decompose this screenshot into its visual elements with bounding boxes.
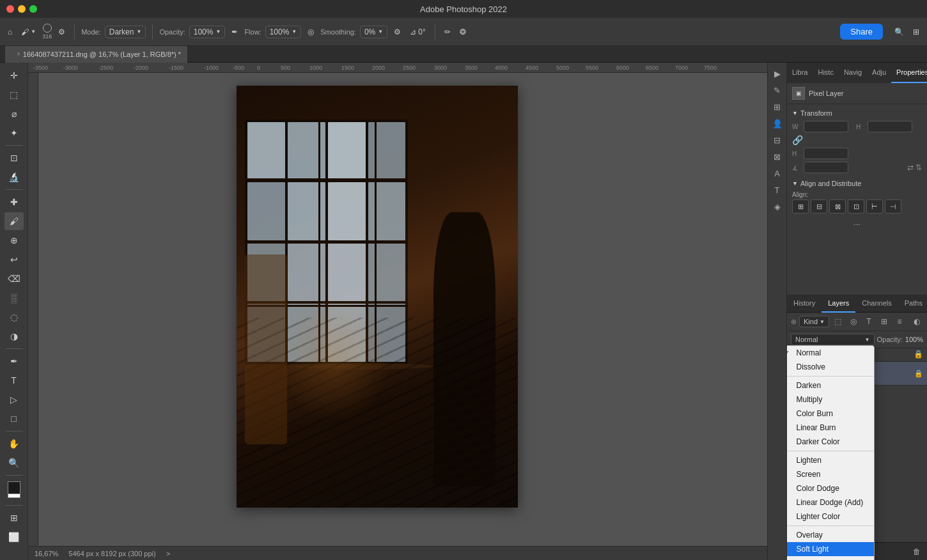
align-center-h-btn[interactable]: ⊟: [811, 199, 827, 214]
dodge-tool-button[interactable]: ◑: [4, 327, 24, 345]
home-button[interactable]: ⌂: [5, 26, 15, 38]
extra-button[interactable]: ❂: [457, 26, 469, 38]
crop-tool-button[interactable]: ⊡: [4, 149, 24, 167]
edit-button[interactable]: ✎: [770, 83, 784, 97]
blend-mode-dropdown[interactable]: Normal ▼: [791, 334, 875, 345]
arrange-button[interactable]: ⊞: [910, 26, 922, 38]
settings-button[interactable]: ⚙: [56, 26, 68, 38]
blend-normal[interactable]: Normal: [786, 346, 874, 360]
magic-wand-button[interactable]: ✦: [4, 124, 24, 142]
play-button[interactable]: ▶: [770, 66, 784, 81]
pressure-button[interactable]: ✒: [229, 26, 240, 38]
3d-button[interactable]: ◈: [770, 199, 784, 214]
align-top-btn[interactable]: ⊡: [848, 199, 864, 214]
tab-history[interactable]: History: [787, 295, 822, 313]
foreground-color-swatch[interactable]: [8, 481, 20, 494]
canvas-viewport[interactable]: [38, 73, 767, 546]
document-tab[interactable]: × 1664087437211.dng @ 16,7% (Layer 1, RG…: [5, 46, 188, 63]
align-center-v-btn[interactable]: ⊢: [866, 199, 883, 214]
stamp-tool-button[interactable]: ⊕: [4, 231, 24, 249]
layer-filter-smart-btn[interactable]: ≡: [893, 315, 906, 328]
airbrush-button[interactable]: ◎: [305, 26, 316, 38]
marquee-tool-button[interactable]: ⬚: [4, 86, 24, 104]
angle-input[interactable]: [804, 162, 848, 173]
blur-tool-button[interactable]: ◌: [4, 308, 24, 326]
blend-hard-light[interactable]: Hard Light: [786, 556, 874, 560]
blend-color-dodge[interactable]: Color Dodge: [786, 481, 874, 495]
mask-mode-button[interactable]: ⊞: [4, 509, 24, 527]
blend-soft-light[interactable]: Soft Light: [786, 542, 874, 556]
w-input[interactable]: [804, 121, 848, 132]
align-header[interactable]: ▼ Align and Distribute: [792, 180, 922, 187]
screen-mode-button[interactable]: ⬜: [4, 528, 24, 546]
tab-paths[interactable]: Paths: [898, 295, 927, 313]
layer-lock-icon[interactable]: 🔒: [914, 350, 923, 359]
maximize-button[interactable]: [29, 5, 37, 13]
hand-tool-button[interactable]: ✋: [4, 435, 24, 453]
blend-color-burn[interactable]: Color Burn: [786, 407, 874, 421]
type-button[interactable]: T: [770, 183, 784, 197]
layer-filter-type-btn[interactable]: T: [862, 315, 875, 328]
smoothing-dropdown[interactable]: 0% ▼: [360, 26, 387, 38]
blend-mode-popup[interactable]: Normal Dissolve Darken Multiply Color Bu…: [786, 345, 875, 560]
tab-navig[interactable]: Navig: [839, 63, 867, 83]
blend-lighten[interactable]: Lighten: [786, 453, 874, 467]
text-tool-button[interactable]: T: [4, 371, 24, 389]
blend-dissolve[interactable]: Dissolve: [786, 360, 874, 374]
blend-lighter-color[interactable]: Lighter Color: [786, 509, 874, 524]
tab-close-icon[interactable]: ×: [17, 51, 20, 58]
layer-filter-shape-btn[interactable]: ⊞: [878, 315, 891, 328]
heal-tool-button[interactable]: ✚: [4, 193, 24, 211]
blend-screen[interactable]: Screen: [786, 467, 874, 481]
mode-dropdown[interactable]: Darken ▼: [105, 26, 146, 38]
gradient-tool-button[interactable]: ░: [4, 289, 24, 307]
brush-tool-button[interactable]: 🖌 ▼: [19, 26, 38, 38]
brush-tool-side-button[interactable]: 🖌: [4, 212, 24, 230]
eyedropper-button[interactable]: 🔬: [4, 168, 24, 186]
h2-input[interactable]: [804, 148, 848, 159]
blend-linear-dodge[interactable]: Linear Dodge (Add): [786, 495, 874, 509]
kind-dropdown[interactable]: Kind ▼: [799, 316, 829, 327]
layer-filter-adj-btn[interactable]: ◎: [847, 315, 860, 328]
blend-multiply[interactable]: Multiply: [786, 393, 874, 407]
close-button[interactable]: [6, 5, 14, 13]
more-button[interactable]: ...: [792, 217, 922, 227]
move-tool-button[interactable]: ✛: [4, 66, 24, 84]
h-input[interactable]: [868, 121, 912, 132]
blend-darken[interactable]: Darken: [786, 378, 874, 393]
adjustments-button[interactable]: A: [770, 166, 784, 180]
align-bottom-btn[interactable]: ⊣: [885, 199, 901, 214]
shape-tool-button[interactable]: □: [4, 410, 24, 428]
tab-properties[interactable]: Properties: [891, 63, 927, 83]
tab-layers[interactable]: Layers: [822, 295, 855, 313]
color-swatches[interactable]: [4, 481, 24, 502]
erase-button[interactable]: ✏: [442, 26, 453, 38]
transform-header[interactable]: ▼ Transform: [792, 109, 922, 117]
tab-channels[interactable]: Channels: [855, 295, 898, 313]
tab-histc[interactable]: Histc: [813, 63, 838, 83]
share-button[interactable]: Share: [840, 24, 883, 40]
flow-dropdown[interactable]: 100% ▼: [265, 26, 302, 38]
zoom-tool-button[interactable]: 🔍: [4, 454, 24, 472]
opacity-dropdown[interactable]: 100% ▼: [189, 26, 226, 38]
tab-adju[interactable]: Adju: [867, 63, 891, 83]
align-right-btn[interactable]: ⊠: [829, 199, 846, 214]
lasso-tool-button[interactable]: ⌀: [4, 105, 24, 123]
align-left-btn[interactable]: ⊞: [792, 199, 809, 214]
person-button[interactable]: 👤: [770, 116, 784, 130]
tab-libra[interactable]: Libra: [787, 63, 813, 83]
path-select-button[interactable]: ▷: [4, 391, 24, 408]
eraser-tool-button[interactable]: ⌫: [4, 270, 24, 288]
layers-side-button[interactable]: ⊟: [770, 133, 784, 147]
blend-overlay[interactable]: Overlay: [786, 528, 874, 542]
transform-button[interactable]: ⊞: [770, 100, 784, 114]
history-brush-button[interactable]: ↩: [4, 251, 24, 268]
blend-linear-burn[interactable]: Linear Burn: [786, 421, 874, 435]
layer-filter-pixel-btn[interactable]: ⬚: [832, 315, 845, 328]
minimize-button[interactable]: [18, 5, 26, 13]
search-button[interactable]: 🔍: [892, 26, 907, 38]
angle-button[interactable]: ⊿ 0°: [407, 26, 428, 38]
smoothing-options-button[interactable]: ⚙: [391, 26, 403, 38]
channels-button[interactable]: ⊠: [770, 150, 784, 164]
layer-filter-toggle[interactable]: ◐: [910, 315, 923, 328]
